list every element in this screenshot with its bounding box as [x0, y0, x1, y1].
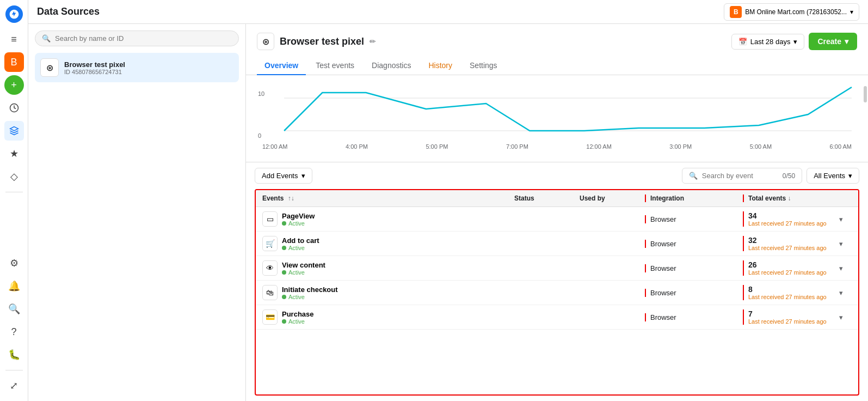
expand-button-4[interactable]: ▾ [830, 289, 852, 297]
cart-icon: 🛒 [262, 236, 278, 251]
help-icon[interactable]: ? [4, 322, 24, 342]
event-search-input[interactable] [702, 172, 778, 180]
active-dot [282, 246, 286, 250]
table-row: 🛒 Add to cart Active Browser 32 [256, 232, 858, 256]
chart-y-10: 10 [258, 90, 264, 97]
chart-label-4: 12:00 AM [586, 143, 611, 150]
total-number-1: 34 [748, 211, 830, 220]
all-events-label: All Events [814, 172, 845, 180]
chart-y-0: 0 [258, 132, 261, 139]
tab-history[interactable]: History [421, 57, 460, 75]
main-wrapper: Data Sources B BM Online Mart.com (72816… [28, 0, 868, 401]
active-dot [282, 319, 286, 324]
analytics-icon[interactable] [4, 98, 24, 118]
page-title: Data Sources [37, 6, 100, 17]
integration-cell-2: Browser [645, 240, 743, 248]
bell-icon[interactable]: 🔔 [4, 276, 24, 296]
chart-label-2: 5:00 PM [426, 143, 448, 150]
event-cell-checkout: 🛍 Initiate checkout Active [262, 285, 514, 300]
chevron-down-icon: ▾ [793, 38, 797, 46]
event-search-icon: 🔍 [689, 172, 698, 180]
bug-icon[interactable]: 🐛 [4, 345, 24, 364]
integration-cell-5: Browser [645, 313, 743, 321]
account-selector[interactable]: B BM Online Mart.com (728163052... ▾ [724, 3, 859, 21]
th-status: Status [514, 195, 580, 202]
expand-icon[interactable]: ⤢ [4, 376, 24, 396]
event-cell-viewcontent: 👁 View content Active [262, 260, 514, 276]
tab-settings[interactable]: Settings [462, 57, 505, 75]
th-used-by: Used by [580, 195, 645, 202]
diamond-icon[interactable]: ◇ [4, 167, 24, 186]
expand-button-1[interactable]: ▾ [830, 215, 852, 223]
active-dot [282, 221, 286, 226]
events-toolbar: Add Events ▾ 🔍 0/50 All Events ▾ [246, 162, 868, 189]
search-nav-icon[interactable]: 🔍 [4, 299, 24, 319]
search-icon: 🔍 [42, 34, 51, 42]
search-box[interactable]: 🔍 [35, 31, 239, 46]
expand-button-3[interactable]: ▾ [830, 264, 852, 272]
total-cell-2: 32 Last received 27 minutes ago [743, 236, 830, 251]
date-range-label: Last 28 days [750, 38, 791, 46]
header-actions: 📅 Last 28 days ▾ Create ▾ [731, 33, 857, 50]
create-button[interactable]: Create ▾ [809, 33, 857, 50]
total-cell-1: 34 Last received 27 minutes ago [743, 211, 830, 227]
create-label: Create [817, 37, 841, 46]
chart-label-3: 7:00 PM [506, 143, 528, 150]
checkout-icon: 🛍 [262, 285, 278, 300]
events-icon[interactable] [4, 121, 24, 141]
edit-icon[interactable]: ✏ [370, 37, 376, 46]
all-events-button[interactable]: All Events ▾ [807, 168, 859, 184]
tab-test-events[interactable]: Test events [308, 57, 362, 75]
event-status-pageview: Active [282, 220, 315, 227]
scrollbar-thumb[interactable] [864, 86, 867, 102]
star-icon[interactable]: ★ [4, 144, 24, 163]
pixel-info: Browser test pixel ID 458078656724731 [64, 60, 125, 75]
account-icon[interactable]: B [4, 52, 24, 72]
sidebar-panel: 🔍 ⊛ Browser test pixel ID 45807865672473… [28, 24, 246, 401]
sort-icon[interactable]: ↑↓ [288, 195, 294, 202]
last-received-5: Last received 27 minutes ago [748, 318, 830, 325]
pixel-list-item[interactable]: ⊛ Browser test pixel ID 458078656724731 [35, 53, 239, 82]
divider-2 [5, 370, 23, 370]
left-navigation: ≡ B + ★ ◇ ⚙ 🔔 🔍 ? 🐛 ⤢ [0, 0, 28, 401]
last-received-3: Last received 27 minutes ago [748, 269, 830, 276]
event-details-purchase: Purchase Active [282, 310, 314, 325]
th-total-events: Total events ↓ [743, 195, 830, 202]
table-row: 🛍 Initiate checkout Active Browser 8 [256, 281, 858, 305]
expand-button-2[interactable]: ▾ [830, 240, 852, 248]
integration-cell-4: Browser [645, 289, 743, 297]
pixel-title-icon: ⊛ [257, 33, 274, 50]
th-expand [830, 195, 852, 202]
table-header: Events ↑↓ Status Used by Integration Tot… [256, 190, 858, 207]
event-details-addtocart: Add to cart Active [282, 236, 319, 251]
settings-icon[interactable]: ⚙ [4, 253, 24, 273]
expand-button-5[interactable]: ▾ [830, 313, 852, 321]
chart-label-1: 4:00 PM [346, 143, 368, 150]
tab-overview[interactable]: Overview [257, 57, 306, 75]
content-area: 🔍 ⊛ Browser test pixel ID 45807865672473… [28, 24, 868, 401]
event-count: 0/50 [783, 172, 795, 180]
total-cell-4: 8 Last received 27 minutes ago [743, 285, 830, 300]
add-events-button[interactable]: Add Events ▾ [255, 168, 312, 184]
menu-icon[interactable]: ≡ [4, 29, 24, 49]
integration-cell-1: Browser [645, 215, 743, 223]
search-input[interactable] [55, 34, 232, 42]
chevron-down-icon-create: ▾ [845, 37, 848, 46]
purchase-icon: 💳 [262, 309, 278, 325]
toolbar-right: 🔍 0/50 All Events ▾ [682, 168, 859, 184]
table-row: 💳 Purchase Active Browser 7 [256, 305, 858, 330]
chart-area: 10 0 12:00 AM 4:00 PM 5:00 PM 7:00 PM 12… [246, 75, 868, 162]
add-icon[interactable]: + [4, 75, 24, 95]
event-name-purchase: Purchase [282, 310, 314, 318]
total-sort-icon[interactable]: ↓ [787, 195, 791, 202]
tab-diagnostics[interactable]: Diagnostics [364, 57, 418, 75]
main-panel-header: ⊛ Browser test pixel ✏ 📅 Last 28 days ▾ … [246, 24, 868, 75]
event-name-pageview: PageView [282, 212, 315, 220]
chart-svg [257, 82, 857, 142]
chart-label-6: 5:00 AM [750, 143, 772, 150]
last-received-1: Last received 27 minutes ago [748, 220, 830, 227]
chart-labels: 12:00 AM 4:00 PM 5:00 PM 7:00 PM 12:00 A… [257, 143, 857, 150]
event-search-box[interactable]: 🔍 0/50 [682, 168, 802, 184]
date-range-button[interactable]: 📅 Last 28 days ▾ [731, 34, 805, 50]
chevron-down-icon: ▾ [850, 8, 853, 16]
